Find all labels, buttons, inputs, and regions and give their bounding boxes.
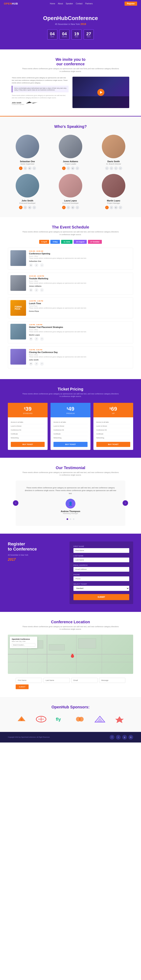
location-firstname-input[interactable] (16, 678, 42, 683)
schedule-like-icon-0[interactable]: ♥ (29, 263, 33, 267)
pricing-feature-0-2: Conference Kit (11, 428, 44, 432)
pricing-feature-2-0: Access to all talks (97, 420, 130, 424)
social-tw-1[interactable]: t (67, 167, 70, 170)
schedule-tab-4[interactable]: 17 October (88, 240, 102, 244)
schedule-speaker-1: Jones Addams (29, 285, 131, 287)
location-lastname-input[interactable] (43, 678, 70, 683)
testimonial-dot-1[interactable] (70, 518, 71, 520)
nav-home[interactable]: Home (50, 3, 55, 5)
nav-partners[interactable]: Partners (85, 3, 93, 5)
schedule-title-0: Conference Opening (29, 252, 131, 255)
schedule-add-icon-1[interactable]: + (40, 288, 44, 292)
form-group-lastname: LAST NAME (73, 555, 129, 562)
nav-register-button[interactable]: Register (125, 2, 137, 6)
nav-contact[interactable]: Contact (76, 3, 82, 5)
sponsor-svg-0 (16, 715, 27, 723)
schedule-actions-3: ♥ ⤢ + (29, 337, 131, 341)
location-email-input[interactable] (71, 678, 98, 683)
location-message-input[interactable] (99, 678, 125, 683)
countdown-secs-num: 27 (86, 32, 91, 36)
social-tw-3[interactable]: t (24, 206, 27, 209)
social-fb-4[interactable]: f (62, 206, 66, 209)
schedule-add-icon-0[interactable]: + (40, 263, 44, 267)
pricing-buy-btn-2[interactable]: BUY TICKET (97, 442, 130, 447)
sig-role: Conference Speaker (12, 104, 24, 105)
speakers-grid: Sebastian One Senior Supervisor f t in ○… (8, 135, 133, 209)
social-in-5[interactable]: in (114, 206, 118, 209)
testimonial-heading: Our Testimonial (8, 466, 133, 470)
social-fb-3[interactable]: f (19, 206, 22, 209)
schedule-share-icon-1[interactable]: ⤢ (35, 288, 38, 292)
speaker-photo-5 (102, 174, 125, 197)
social-o-0[interactable]: ○ (33, 167, 36, 170)
social-o-3[interactable]: ○ (33, 206, 36, 209)
countdown-days-label: Days (51, 36, 54, 37)
invite-body1: These events where conferences grow cate… (12, 77, 68, 84)
social-o4-2[interactable]: ○ (119, 167, 122, 170)
form-select-ticket[interactable]: Standard Premium VIP (73, 586, 129, 591)
pricing-buy-btn-1[interactable]: BUY TICKET (54, 442, 87, 447)
social-in-0[interactable]: in (28, 167, 32, 170)
social-fb-5[interactable]: f (105, 206, 109, 209)
sig-name: John Smith (12, 102, 24, 104)
social-fb-0[interactable]: f (19, 167, 22, 170)
form-label-phone: PHONE (73, 574, 129, 576)
schedule-share-icon-4[interactable]: ⤢ (35, 362, 38, 366)
testimonial-prev-button[interactable]: ‹ (13, 500, 18, 506)
schedule-title-3: Global Trial Placement Strategies (29, 326, 131, 328)
schedule-like-icon-4[interactable]: ♥ (29, 362, 33, 366)
social-fb-1[interactable]: f (62, 167, 66, 170)
nav-about[interactable]: About (58, 3, 63, 5)
schedule-tab-2[interactable]: 11 June (61, 240, 73, 244)
schedule-tab-1[interactable]: 9 May (50, 240, 60, 244)
social-o1-2[interactable]: ○ (105, 167, 109, 170)
testimonial-dot-2[interactable] (73, 518, 74, 520)
schedule-add-icon-4[interactable]: + (40, 362, 44, 366)
footer-twitter-icon[interactable]: t (116, 735, 120, 740)
footer-linkedin-icon[interactable]: in (128, 735, 133, 740)
speaker-name-5: Martin Lopez (94, 199, 133, 202)
social-in-1[interactable]: in (71, 167, 74, 170)
form-input-phone[interactable] (73, 576, 129, 581)
form-label-ticket: SELECT TICKET (73, 583, 129, 585)
speaker-card-4: Laura Lopez Front-end Developer f t in ○ (51, 174, 90, 209)
nav-speaker[interactable]: Speaker (66, 3, 73, 5)
social-in-3[interactable]: in (28, 206, 32, 209)
schedule-tab-0[interactable]: 9 April (39, 240, 49, 244)
testimonial-dot-0[interactable] (67, 518, 68, 520)
location-submit-button[interactable]: SUBMIT (16, 684, 29, 689)
footer-facebook-icon[interactable]: f (110, 735, 114, 740)
schedule-like-icon-3[interactable]: ♥ (29, 337, 33, 341)
map-search-input[interactable] (12, 643, 35, 647)
testimonial-next-button[interactable]: › (123, 500, 128, 506)
play-button[interactable] (97, 89, 105, 96)
form-submit-button[interactable]: SUBMIT (73, 594, 129, 600)
social-o3-2[interactable]: ○ (114, 167, 118, 170)
schedule-like-icon-1[interactable]: ♥ (29, 288, 33, 292)
social-in-4[interactable]: in (71, 206, 74, 209)
social-tw-0[interactable]: t (24, 167, 27, 170)
pricing-card-1: $49 PREMIUM Access to all talks Lunch & … (51, 403, 90, 450)
brand-logo[interactable]: OPENHUB (4, 2, 18, 5)
social-o-5[interactable]: ○ (119, 206, 122, 209)
schedule-add-icon-3[interactable]: + (40, 337, 44, 341)
countdown-mins: 19 Mins (71, 29, 82, 40)
schedule-share-icon-3[interactable]: ⤢ (35, 337, 38, 341)
schedule-actions-0: ♥ ⤢ + (29, 263, 131, 267)
social-tw-5[interactable]: t (110, 206, 113, 209)
schedule-tab-3[interactable]: 14 August (74, 240, 87, 244)
register-year: 2017 (8, 558, 63, 562)
social-o-4[interactable]: ○ (76, 206, 79, 209)
form-input-firstname[interactable] (73, 548, 129, 553)
testimonial-subtext: These events where conferences grow cate… (22, 471, 119, 477)
footer-google-icon[interactable]: g (122, 735, 127, 740)
form-input-lastname[interactable] (73, 558, 129, 562)
form-input-email[interactable] (73, 567, 129, 572)
social-o-1[interactable]: ○ (76, 167, 79, 170)
schedule-item-4: 3:30 PM - 5:00 PM Closing the Conference… (8, 346, 133, 368)
pricing-buy-btn-0[interactable]: BUY TICKET (11, 442, 44, 447)
form-group-phone: PHONE (73, 574, 129, 581)
social-o2-2[interactable]: ○ (110, 167, 113, 170)
schedule-share-icon-0[interactable]: ⤢ (35, 263, 38, 267)
social-tw-4[interactable]: t (67, 206, 70, 209)
